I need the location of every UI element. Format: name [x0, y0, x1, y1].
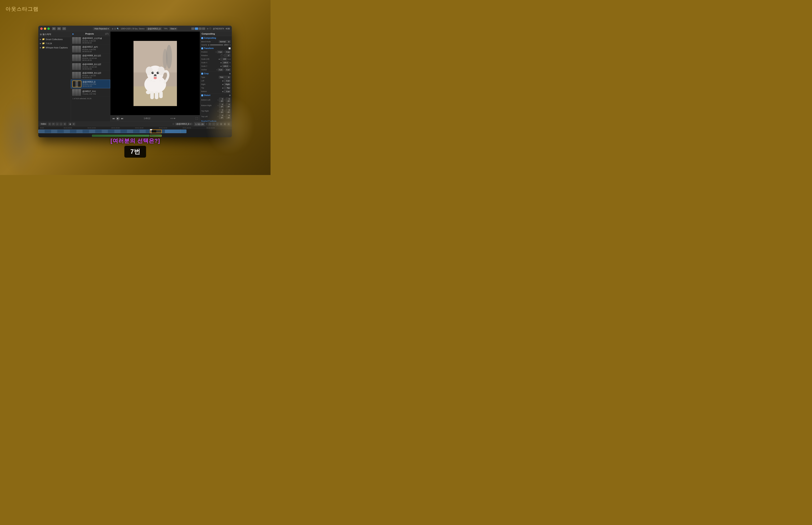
browser-item-1[interactable]: @@240517_밥치 8/13/24, 6:58 PM 00:00:53:25 [71, 45, 110, 54]
crop-type-dropdown[interactable]: Trim ⊘ [219, 76, 231, 79]
browser-thumb-2 [72, 55, 81, 61]
close-button[interactable] [40, 28, 43, 30]
opacity-slider[interactable] [210, 45, 223, 45]
position-x-input[interactable]: 0 px [217, 50, 223, 53]
video-clips[interactable] [38, 130, 186, 133]
preview-frame[interactable] [110, 36, 200, 111]
position-tool-icon[interactable]: ↔ [56, 122, 59, 125]
timeline-tracks[interactable] [38, 129, 232, 137]
trim-tool-icon[interactable]: ⊢ [52, 122, 55, 125]
transform-reset-icon[interactable]: ⬜ [229, 47, 231, 49]
blend-mode-row: Blend Mode Normal ⊘ [200, 40, 232, 43]
sidebar-item-whisper[interactable]: ▶ 📁 Whisper Auto Captions [38, 45, 71, 49]
crop-bottom-label: Bottom [201, 90, 207, 92]
browser-title: Projects [85, 33, 94, 35]
browser-item-3[interactable]: @@240808_한도공2 8/13/24, 12:43 AM 00:00:59… [71, 62, 110, 71]
filter-dropdown[interactable]: Hide Rejected ▾ [93, 27, 110, 30]
sidebar: ▤ 필스제작 ▶ 📁 Smart Collections ▶ 📁 7-9-24 … [38, 32, 71, 121]
forward-icon[interactable]: ⏭ [121, 117, 123, 120]
position-row: Position X 0 px Y 0 px [200, 50, 232, 54]
profile-name: @TAE05974 [213, 28, 224, 30]
prev-marker-icon[interactable]: ⟨ [173, 123, 173, 125]
crop-bottom-input[interactable]: 0 px [224, 90, 231, 93]
sidebar-header: ▤ 필스제작 [38, 32, 71, 37]
scale-y-input[interactable]: 100.0 [222, 65, 229, 68]
share-icon[interactable]: ⬆ [57, 27, 61, 30]
settings-icon[interactable]: ⚙ [207, 28, 209, 30]
range-tool-icon[interactable]: ▾ [63, 122, 66, 125]
svg-point-13 [154, 74, 157, 76]
opacity-row: Opacity ◆ 100.0 % [200, 43, 232, 46]
browser-thumb-0 [72, 37, 81, 44]
selection-info: 1 of 918 selected, 53:25 [71, 97, 110, 100]
crop-right-input[interactable]: Right [224, 83, 231, 86]
scale-all-icon: ⊘ [229, 58, 231, 60]
layout-btn-1[interactable] [191, 28, 195, 30]
clip-thumb-9 [95, 130, 102, 133]
index-tab[interactable]: Index [40, 123, 47, 125]
position-y-input[interactable]: 0 px [225, 50, 231, 53]
projects-arrow[interactable]: ▶ [73, 33, 74, 35]
playhead[interactable] [151, 129, 151, 133]
video-track-content[interactable] [38, 129, 232, 133]
crop-top-input[interactable]: Top [224, 87, 231, 89]
browser-item-2[interactable]: @@240808_한도공1 8/13/24, 12:43 AM 00:01:18… [71, 54, 110, 62]
fullscreen-button[interactable] [47, 28, 50, 30]
crop-bottom-row: Bottom ◆ 0 px [200, 90, 232, 93]
sidebar-item-smart-collections[interactable]: ▶ 📁 Smart Collections [38, 37, 71, 41]
crop-left-input[interactable]: 0 px [224, 79, 231, 82]
opacity-value: 100.0 [224, 44, 229, 46]
check-icon[interactable]: ✓ [62, 27, 66, 30]
search-icon[interactable]: 🔍 [117, 28, 119, 30]
play-button[interactable]: ▶ [116, 117, 120, 120]
browser-item-4[interactable]: @@240808_한도공3 8/13/24, 1:20 AM 00:00:54:… [71, 71, 110, 79]
view-dropdown[interactable]: View ▾ [169, 27, 177, 30]
grid-icon[interactable]: ⊞ [112, 28, 113, 30]
rotation-input[interactable]: 0° [224, 54, 231, 57]
minimize-button[interactable] [44, 28, 46, 30]
sidebar-item-7924[interactable]: ▶ 📁 7-9-24 [38, 41, 71, 45]
browser-item-5[interactable]: @@240813_å 8/13/24, 9:21 PM 00:01:52:20 [71, 79, 110, 88]
blend-mode-dropdown[interactable]: Normal ⊘ [219, 40, 231, 43]
clip-thumb-15 [133, 130, 140, 133]
audio-track-content[interactable] [38, 133, 232, 137]
rotation-label: Rotation [201, 55, 208, 57]
rotation-dial[interactable] [220, 54, 223, 57]
play-icon[interactable]: ⏮ [112, 117, 115, 120]
anchor-x-input[interactable]: 0 px [218, 68, 223, 71]
folder-icon: 📁 [42, 46, 45, 49]
layout-btn-3[interactable] [198, 28, 202, 30]
browser-item-0[interactable]: @@240422_신선하낼 8/13/24, 6:38 AM 00:00:59:… [71, 36, 110, 45]
audio-clip-selected[interactable] [150, 135, 162, 137]
blade-tool-icon[interactable]: ✂ [48, 122, 51, 125]
compositing-check: ✓ [201, 37, 203, 39]
layout-btn-4[interactable] [202, 28, 205, 30]
info-icon[interactable]: ⓘ [209, 27, 211, 30]
prev-clip-icon[interactable]: ◀ [68, 122, 72, 125]
browser-item-6[interactable]: @240517_두리 7/11/24, 3:57 PM [71, 88, 110, 97]
playback-left: ⏮ ▶ ⏭ [112, 117, 123, 120]
audio-clips[interactable] [92, 135, 149, 137]
sidebar-header-text: 필스제작 [43, 33, 51, 36]
timecode-display: 1:49:12 [144, 117, 150, 120]
expand-icon[interactable]: ⛶ [196, 117, 198, 120]
select-tool-icon[interactable]: ↕ [59, 122, 63, 125]
scale-all-input[interactable]: 100 [220, 58, 227, 60]
crop-grid-icon[interactable]: ⊞ [229, 73, 231, 75]
video-track [38, 129, 232, 133]
svg-point-10 [157, 72, 159, 74]
zoom-level: 74% [164, 28, 168, 30]
scale-x-input[interactable]: 100.0 [222, 61, 229, 64]
clip-thumb-2 [51, 130, 58, 133]
scale-all-row: Scale (All) ◆ 100 % ⊘ [200, 57, 232, 61]
anchor-y-input[interactable]: 0 px [225, 68, 231, 71]
clip-thumbnails [39, 130, 165, 133]
layout-btn-2[interactable] [195, 28, 198, 30]
svg-point-14 [154, 77, 157, 79]
browser-thumb-6 [72, 89, 81, 96]
folder-icon: 📁 [42, 38, 45, 41]
crop-top-row: Top ◆ Top [200, 86, 232, 90]
next-clip-icon[interactable]: ▾ [72, 122, 75, 125]
list-icon[interactable]: ☰ [114, 28, 116, 30]
import-icon[interactable]: ⬇ [52, 27, 56, 30]
